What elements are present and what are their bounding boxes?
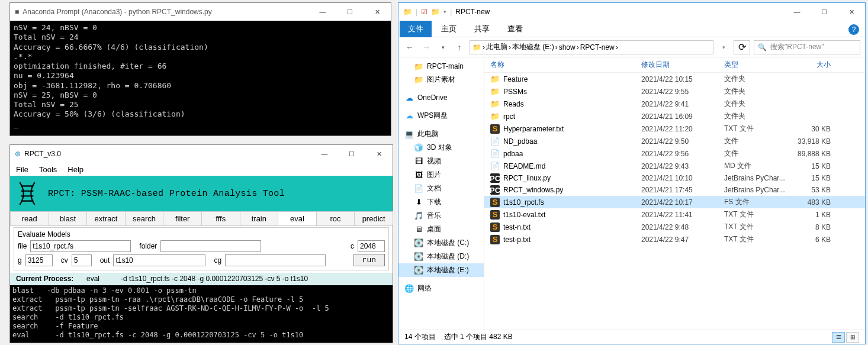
col-size[interactable]: 大小 (795, 60, 843, 70)
file-row[interactable]: 📁PSSMs2021/4/22 9:55文件夹 (484, 85, 865, 98)
maximize-button[interactable]: ☐ (336, 3, 364, 21)
search-icon: 🔍 (758, 43, 767, 51)
breadcrumb-item[interactable]: show (559, 43, 576, 51)
sublime-icon: S (490, 210, 500, 220)
file-row[interactable]: 📄pdbaa2021/4/22 9:56文件89,888 KB (484, 147, 865, 160)
tab-train[interactable]: train (240, 211, 279, 225)
nav-item[interactable]: ⬇下载 (398, 195, 484, 209)
tab-blast[interactable]: blast (49, 211, 88, 225)
refresh-button[interactable]: ⟳ (734, 40, 750, 54)
nav-item[interactable]: 💽本地磁盘 (C:) (398, 236, 484, 250)
tab-search[interactable]: search (125, 211, 164, 225)
c-input[interactable] (358, 240, 385, 252)
help-icon[interactable]: ? (848, 24, 859, 35)
file-type: 文件 (724, 149, 795, 159)
tab-fffs[interactable]: fffs (201, 211, 240, 225)
tab-eval[interactable]: eval (278, 211, 317, 225)
checkbox-icon[interactable]: ☑ (421, 8, 427, 16)
rpct-window: ⊕ RPCT_v3.0 — ☐ ✕ FileToolsHelp RPCT: PS… (9, 144, 393, 343)
nav-item[interactable]: 🖼图片 (398, 168, 484, 182)
file-row[interactable]: St1s10_rpct.fs2021/4/22 10:17FS 文件483 KB (484, 196, 865, 208)
nav-item[interactable]: 💽本地磁盘 (E:) (398, 263, 484, 277)
recent-dropdown[interactable]: ▾ (436, 41, 449, 54)
file-row[interactable]: Stest-n.txt2021/4/22 9:48TXT 文件8 KB (484, 221, 865, 233)
nav-item[interactable]: 🖥桌面 (398, 223, 484, 236)
file-row[interactable]: PCRPCT_windows.py2021/4/21 17:45JetBrain… (484, 184, 865, 196)
nav-item[interactable]: 💽本地磁盘 (D:) (398, 250, 484, 263)
ribbon-home[interactable]: 主页 (433, 21, 465, 37)
maximize-button[interactable]: ☐ (338, 145, 365, 163)
g-input[interactable] (25, 254, 53, 266)
details-view-button[interactable]: ☰ (832, 332, 845, 343)
menu-tools[interactable]: Tools (39, 165, 57, 174)
nav-item[interactable]: 📄文档 (398, 182, 484, 195)
rpct-titlebar[interactable]: ⊕ RPCT_v3.0 — ☐ ✕ (10, 145, 393, 163)
nav-item[interactable]: ☁WPS网盘 (398, 109, 484, 122)
back-button[interactable]: ← (403, 41, 416, 54)
tab-filter[interactable]: filter (163, 211, 202, 225)
search-input[interactable]: 🔍 搜索"RPCT-new" (754, 40, 860, 54)
anaconda-titlebar[interactable]: ■ Anaconda Prompt (Anaconda3) - python R… (10, 3, 391, 21)
file-row[interactable]: 📁Reads2021/4/22 9:41文件夹 (484, 98, 865, 110)
address-dropdown-icon[interactable]: ▾ (717, 41, 730, 54)
nav-item[interactable]: 🎵音乐 (398, 209, 484, 223)
menu-help[interactable]: Help (67, 165, 83, 174)
forward-button[interactable]: → (420, 41, 433, 54)
file-row[interactable]: 📁rpct2021/4/21 16:09文件夹 (484, 110, 865, 122)
minimize-button[interactable]: — (783, 3, 811, 21)
file-row[interactable]: PCRPCT_linux.py2021/4/21 10:10JetBrains … (484, 172, 865, 184)
folder-label: folder (139, 242, 157, 250)
col-type[interactable]: 类型 (724, 60, 795, 70)
cg-input[interactable] (225, 254, 326, 266)
ribbon-share[interactable]: 共享 (466, 21, 498, 37)
close-button[interactable]: ✕ (838, 3, 865, 21)
icons-view-button[interactable]: ⊞ (846, 332, 859, 343)
tab-extract[interactable]: extract (86, 211, 126, 225)
folder-input[interactable] (160, 240, 261, 252)
file-row[interactable]: Stest-p.txt2021/4/22 9:47TXT 文件6 KB (484, 233, 865, 246)
nav-item[interactable]: 🌐网络 (398, 282, 484, 295)
nav-item[interactable]: ☁OneDrive (398, 91, 484, 104)
run-button[interactable]: run (353, 254, 385, 266)
file-input[interactable] (30, 240, 131, 252)
ribbon-view[interactable]: 查看 (499, 21, 531, 37)
up-button[interactable]: ↑ (453, 41, 466, 54)
address-bar[interactable]: 📁 › 此电脑›本地磁盘 (E:)›show›RPCT-new› (470, 40, 713, 54)
anaconda-terminal[interactable]: nSV = 24, nBSV = 0 Total nSV = 24 Accura… (10, 21, 391, 136)
nav-item[interactable]: 📁RPCT-main (398, 60, 484, 73)
nav-item[interactable]: 💻此电脑 (398, 127, 484, 141)
rpct-log[interactable]: blast -db pdbaa -n 3 -ev 0.001 -o pssm-t… (10, 285, 393, 343)
breadcrumb-item[interactable]: RPCT-new (580, 43, 615, 51)
col-name[interactable]: 名称 (490, 60, 641, 70)
explorer-titlebar[interactable]: 📁 | ☑ 📁 ▾ | RPCT-new — ☐ ✕ (398, 3, 865, 21)
file-row[interactable]: 📄ND_pdbaa2021/4/22 9:50文件33,918 KB (484, 135, 865, 147)
col-date[interactable]: 修改日期 (641, 60, 724, 70)
nav-item[interactable]: 🎞视频 (398, 154, 484, 168)
crumb-sep: › (577, 43, 579, 51)
qat-dropdown-icon[interactable]: ▾ (443, 9, 446, 15)
tab-roc[interactable]: roc (316, 211, 355, 225)
breadcrumb-item[interactable]: 本地磁盘 (E:) (512, 42, 554, 52)
breadcrumb-item[interactable]: 此电脑 (486, 42, 507, 52)
file-type: TXT 文件 (724, 234, 795, 244)
cv-input[interactable] (72, 254, 92, 266)
out-input[interactable] (113, 254, 205, 266)
column-headers[interactable]: 名称 修改日期 类型 大小 (484, 57, 865, 73)
file-row[interactable]: St1s10-eval.txt2021/4/22 11:41TXT 文件1 KB (484, 208, 865, 221)
close-button[interactable]: ✕ (365, 145, 393, 163)
close-button[interactable]: ✕ (364, 3, 391, 21)
nav-item[interactable]: 📁图片素材 (398, 73, 484, 86)
minimize-button[interactable]: — (309, 3, 336, 21)
file-row[interactable]: 📁Feature2021/4/22 10:15文件夹 (484, 73, 865, 85)
minimize-button[interactable]: — (311, 145, 338, 163)
nav-item[interactable]: 🧊3D 对象 (398, 141, 484, 154)
menu-file[interactable]: File (16, 165, 28, 174)
tab-predict[interactable]: predict (354, 211, 393, 225)
file-row[interactable]: SHyperparameter.txt2021/4/22 11:20TXT 文件… (484, 122, 865, 135)
file-row[interactable]: 📄README.md2021/4/22 9:43MD 文件15 KB (484, 160, 865, 172)
nav-pane[interactable]: 📁RPCT-main📁图片素材☁OneDrive☁WPS网盘💻此电脑🧊3D 对象… (398, 57, 484, 330)
file-type: MD 文件 (724, 161, 795, 171)
ribbon-file[interactable]: 文件 (400, 21, 432, 37)
maximize-button[interactable]: ☐ (811, 3, 838, 21)
tab-read[interactable]: read (10, 211, 49, 225)
